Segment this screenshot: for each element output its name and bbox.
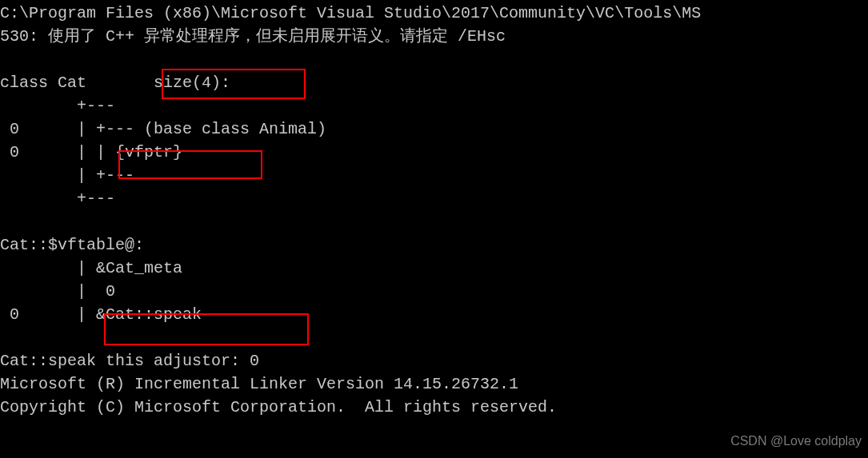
terminal-blank	[0, 210, 868, 233]
copyright-line: Copyright (C) Microsoft Corporation. All…	[0, 396, 868, 419]
class-size-text: size(4):	[154, 74, 230, 92]
terminal-blank	[0, 48, 868, 71]
terminal-warning-line: 530: 使用了 C++ 异常处理程序，但未启用展开语义。请指定 /EHsc	[0, 25, 868, 48]
struct-line: +---	[0, 94, 868, 117]
vftable-meta-line: | &Cat_meta	[0, 257, 868, 280]
vftable-zero-line: | 0	[0, 280, 868, 303]
struct-vfptr-line: 0 | | {vfptr}	[0, 141, 868, 164]
terminal-blank	[0, 326, 868, 349]
struct-line: +---	[0, 187, 868, 210]
struct-line: | +---	[0, 164, 868, 187]
struct-vfptr-pre: 0 | |	[0, 143, 115, 161]
vftable-header-line: Cat::$vftable@:	[0, 233, 868, 257]
terminal-path-line: C:\Program Files (x86)\Microsoft Visual …	[0, 2, 868, 25]
vfptr-text: {vfptr}	[115, 143, 182, 161]
class-header-line: class Cat size(4):	[0, 71, 868, 94]
class-header-pre: class Cat	[0, 74, 154, 92]
struct-base-class-line: 0 | +--- (base class Animal)	[0, 117, 868, 141]
vftable-entry-line: 0 | &Cat::speak	[0, 303, 868, 326]
adjustor-line: Cat::speak this adjustor: 0	[0, 349, 868, 372]
linker-version-line: Microsoft (R) Incremental Linker Version…	[0, 372, 868, 396]
vftable-entry-pre: 0 |	[0, 305, 96, 324]
cat-speak-text: &Cat::speak	[96, 305, 202, 324]
csdn-watermark: CSDN @Love coldplay	[730, 432, 862, 450]
